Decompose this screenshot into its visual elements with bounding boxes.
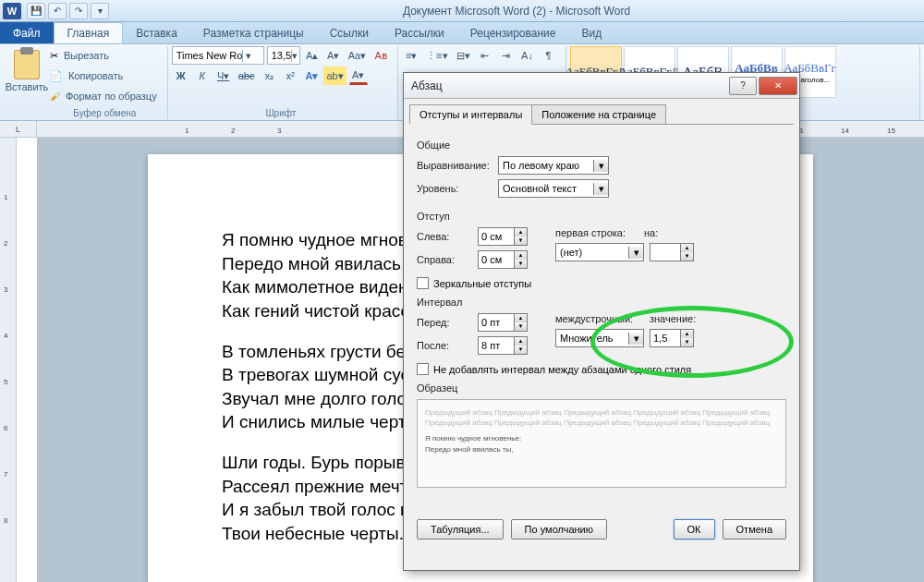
ribbon-tabs: Файл Главная Вставка Разметка страницы С… xyxy=(0,22,924,44)
first-line-combo[interactable]: (нет)▾ xyxy=(555,243,644,261)
highlight-icon[interactable]: ab▾ xyxy=(323,67,346,85)
word-icon: W xyxy=(3,3,21,19)
level-label: Уровень: xyxy=(417,183,492,194)
font-size-combo[interactable]: 13,5▾ xyxy=(267,46,300,65)
dlg-tab-indents[interactable]: Отступы и интервалы xyxy=(409,104,532,125)
line-spacing-label: междустрочный: xyxy=(555,313,644,324)
group-clipboard: Вставить ✂Вырезать 📄Копировать 🖌Формат п… xyxy=(4,46,168,120)
at-label: значение: xyxy=(650,313,696,324)
group-label-font: Шрифт xyxy=(172,108,390,120)
bold-button[interactable]: Ж xyxy=(172,67,190,85)
section-indent: Отступ xyxy=(417,211,786,222)
copy-icon: 📄 xyxy=(50,70,63,82)
section-preview: Образец xyxy=(417,382,786,394)
dialog-title: Абзац xyxy=(411,79,443,92)
default-button[interactable]: По умолчанию xyxy=(511,519,607,540)
indent-by-label: на: xyxy=(644,227,672,238)
alignment-label: Выравнивание: xyxy=(417,160,492,171)
indent-by-spinner[interactable]: ▲▼ xyxy=(650,243,694,261)
mirror-indents-checkbox[interactable]: Зеркальные отступы xyxy=(417,277,786,289)
tab-home[interactable]: Главная xyxy=(54,22,124,43)
group-font: Times New Ro▾ 13,5▾ A▴ A▾ Aa▾ Aʙ Ж К Ч▾ … xyxy=(168,46,398,120)
before-label: Перед: xyxy=(417,317,472,328)
format-painter-button[interactable]: Формат по образцу xyxy=(63,87,160,105)
tab-file[interactable]: Файл xyxy=(0,22,54,43)
shrink-font-icon[interactable]: A▾ xyxy=(324,46,343,65)
close-icon[interactable]: ✕ xyxy=(759,77,797,95)
strike-button[interactable]: abc xyxy=(236,67,258,85)
font-color-icon[interactable]: A▾ xyxy=(349,67,368,85)
ruler-corner: L xyxy=(0,121,37,138)
tab-review[interactable]: Рецензирование xyxy=(457,22,569,43)
dialog-footer: Табуляция... По умолчанию ОК Отмена xyxy=(417,519,786,540)
window-title: Документ Microsoft Word (2) - Microsoft … xyxy=(109,5,924,18)
show-marks-icon[interactable]: ¶ xyxy=(540,46,558,65)
cut-button[interactable]: Вырезать xyxy=(61,46,112,65)
qat-more-icon[interactable]: ▾ xyxy=(91,3,109,19)
first-line-label: первая строка: xyxy=(555,227,638,238)
indent-right-label: Справа: xyxy=(417,254,472,265)
help-icon[interactable]: ? xyxy=(729,77,757,95)
numbering-icon[interactable]: ⋮≡▾ xyxy=(423,46,450,65)
change-case-icon[interactable]: Aa▾ xyxy=(346,46,369,65)
underline-button[interactable]: Ч▾ xyxy=(214,67,233,85)
superscript-button[interactable]: x² xyxy=(281,67,299,85)
before-spinner[interactable]: 0 пт▲▼ xyxy=(478,313,528,332)
at-spinner[interactable]: 1,5▲▼ xyxy=(650,329,694,347)
dialog-title-bar[interactable]: Абзац ? ✕ xyxy=(404,73,799,99)
paragraph-dialog: Абзац ? ✕ Отступы и интервалы Положение … xyxy=(403,72,800,571)
paste-button[interactable]: Вставить xyxy=(7,46,46,120)
ruler-vertical[interactable]: 123 456 78 xyxy=(0,138,17,582)
italic-button[interactable]: К xyxy=(193,67,212,85)
indent-right-spinner[interactable]: 0 см▲▼ xyxy=(478,250,528,269)
cut-icon: ✂ xyxy=(50,50,58,62)
text-effects-icon[interactable]: A▾ xyxy=(302,67,321,85)
tabs-button[interactable]: Табуляция... xyxy=(417,519,504,540)
dialog-body: Общие Выравнивание: По левому краю▾ Уров… xyxy=(409,124,794,549)
clear-format-icon[interactable]: Aʙ xyxy=(371,46,390,65)
font-name-combo[interactable]: Times New Ro▾ xyxy=(172,46,264,65)
dialog-tabs: Отступы и интервалы Положение на страниц… xyxy=(404,99,799,125)
redo-icon[interactable]: ↷ xyxy=(69,3,88,19)
preview-box: Предыдущий абзац Предыдущий абзац Предыд… xyxy=(417,399,786,488)
after-label: После: xyxy=(417,340,472,351)
no-space-checkbox[interactable]: Не добавлять интервал между абзацами одн… xyxy=(417,363,786,375)
cancel-button[interactable]: Отмена xyxy=(723,519,786,540)
quick-access-toolbar: 💾 ↶ ↷ ▾ xyxy=(27,3,109,19)
tab-page-layout[interactable]: Разметка страницы xyxy=(190,22,317,43)
group-label-clipboard: Буфер обмена xyxy=(50,108,160,120)
indent-inc-icon[interactable]: ⇥ xyxy=(497,46,516,65)
save-icon[interactable]: 💾 xyxy=(27,3,45,19)
indent-dec-icon[interactable]: ⇤ xyxy=(476,46,494,65)
bullets-icon[interactable]: ≡▾ xyxy=(402,46,420,65)
tab-mailings[interactable]: Рассылки xyxy=(382,22,457,43)
subscript-button[interactable]: x₂ xyxy=(260,67,278,85)
multilevel-icon[interactable]: ⊟▾ xyxy=(454,46,473,65)
section-spacing: Интервал xyxy=(417,297,786,308)
paste-icon xyxy=(14,50,40,79)
ok-button[interactable]: ОК xyxy=(674,519,715,540)
dlg-tab-pagination[interactable]: Положение на странице xyxy=(531,104,666,125)
brush-icon: 🖌 xyxy=(50,91,60,102)
alignment-combo[interactable]: По левому краю▾ xyxy=(498,156,609,175)
tab-view[interactable]: Вид xyxy=(568,22,614,43)
undo-icon[interactable]: ↶ xyxy=(48,3,67,19)
indent-left-label: Слева: xyxy=(417,231,472,242)
line-spacing-combo[interactable]: Множитель▾ xyxy=(555,329,644,347)
copy-button[interactable]: Копировать xyxy=(66,67,126,85)
section-general: Общие xyxy=(417,139,786,151)
level-combo[interactable]: Основной текст▾ xyxy=(498,179,609,198)
after-spinner[interactable]: 8 пт▲▼ xyxy=(478,336,528,355)
grow-font-icon[interactable]: A▴ xyxy=(303,46,322,65)
indent-left-spinner[interactable]: 0 см▲▼ xyxy=(478,227,528,246)
tab-insert[interactable]: Вставка xyxy=(123,22,190,43)
sort-icon[interactable]: A↓ xyxy=(518,46,537,65)
tab-references[interactable]: Ссылки xyxy=(317,22,382,43)
title-bar: W 💾 ↶ ↷ ▾ Документ Microsoft Word (2) - … xyxy=(0,0,924,22)
